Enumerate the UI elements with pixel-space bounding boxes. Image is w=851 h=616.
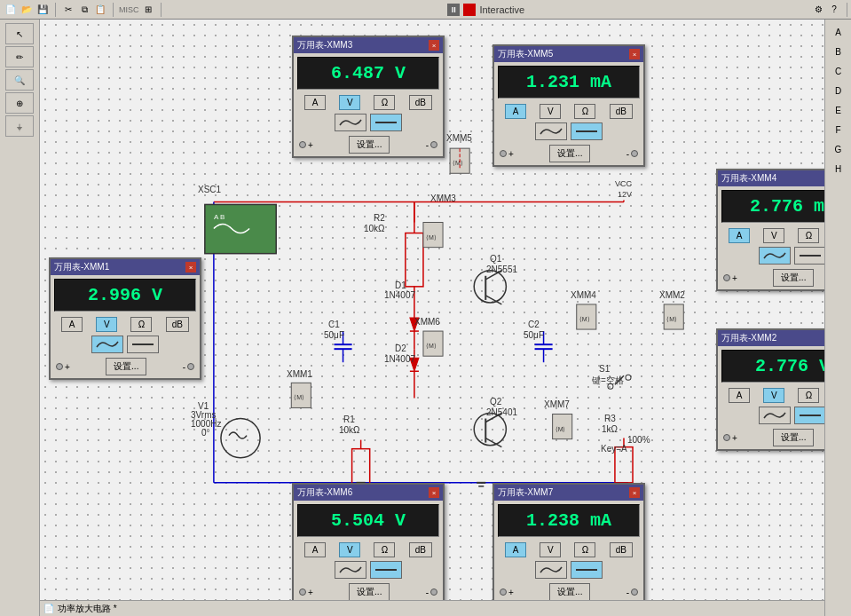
mm-xmm5-settings[interactable]: 设置... — [549, 145, 590, 162]
copy-icon[interactable]: ⧉ — [77, 3, 91, 17]
zoom-in-tool[interactable]: 🔍 — [5, 69, 34, 91]
mm-xmm2-btn-ohm[interactable]: Ω — [798, 388, 819, 403]
mm-xmm3-settings[interactable]: 设置... — [349, 136, 390, 154]
svg-rect-50 — [664, 304, 683, 329]
mm-xmm7-wave-ac[interactable] — [535, 561, 567, 579]
cut-icon[interactable]: ✂ — [61, 3, 75, 17]
mm-xmm6-wave-ac[interactable] — [335, 561, 366, 579]
mm-xmm4-btn-v[interactable]: V — [763, 228, 784, 243]
mm-xmm4-wave-dc[interactable] — [794, 247, 824, 265]
mm-xmm2-wave-dc[interactable] — [794, 407, 824, 424]
svg-rect-46 — [291, 383, 311, 407]
mm-xmm3-close[interactable]: × — [429, 40, 439, 51]
v1-phase: 0° — [201, 428, 210, 438]
mm-xmm3-btn-ohm[interactable]: Ω — [374, 95, 395, 110]
component-icon[interactable]: ⊞ — [141, 3, 155, 17]
svg-point-26 — [474, 413, 506, 445]
help-icon[interactable]: ? — [827, 3, 841, 17]
paste-icon[interactable]: 📋 — [93, 3, 107, 17]
mm-xmm1-btn-a[interactable]: A — [61, 317, 83, 332]
mm-xmm3-btn-a[interactable]: A — [304, 95, 326, 110]
canvas-area[interactable]: A B ⟨M⟩ ⟨M⟩ ⟨M⟩ ⟨M⟩ ⟨M⟩ ⟨M⟩ — [40, 20, 824, 616]
mm-xmm6-btn-ohm[interactable]: Ω — [374, 542, 395, 557]
mm-xmm2-btn-a[interactable]: A — [729, 388, 750, 403]
sidebar-right: A B C D E F G H — [824, 20, 851, 616]
mm-xmm1-wave-dc[interactable] — [127, 336, 159, 353]
mm-xmm7-close[interactable]: × — [629, 487, 640, 498]
save-icon[interactable]: 💾 — [35, 3, 50, 17]
mm-xmm7-wave-dc[interactable] — [571, 561, 603, 579]
mm-xmm1-btn-ohm[interactable]: Ω — [130, 317, 152, 332]
mm-xmm2-titlebar[interactable]: 万用表-XMM2 × — [718, 330, 824, 346]
mm-xmm3-wave-ac[interactable] — [335, 114, 366, 131]
mm-xmm6-settings[interactable]: 设置... — [349, 583, 390, 601]
svg-rect-42 — [423, 223, 443, 248]
mm-xmm2-btn-v[interactable]: V — [763, 388, 784, 403]
mm-xmm3-wave-dc[interactable] — [370, 114, 402, 131]
mm-xmm6-btn-db[interactable]: dB — [409, 542, 432, 557]
mm-xmm2-settings[interactable]: 设置... — [773, 429, 814, 446]
mm-xmm4-plus: + — [723, 273, 737, 283]
mm-xmm4-settings[interactable]: 设置... — [773, 269, 814, 287]
mm-xmm5-btn-v[interactable]: V — [540, 104, 561, 119]
mm-xmm5-titlebar[interactable]: 万用表-XMM5 × — [494, 46, 643, 62]
mm-xmm1-wave-ac[interactable] — [91, 336, 123, 353]
mm-xmm1-settings[interactable]: 设置... — [106, 358, 146, 375]
mm-xmm5-close[interactable]: × — [629, 49, 640, 59]
right-icon-7[interactable]: G — [830, 140, 847, 158]
mm-xmm4-btn-a[interactable]: A — [729, 228, 750, 243]
mm-xmm4-wave-ac[interactable] — [759, 247, 791, 265]
mm-xmm2-wave-buttons — [718, 405, 824, 426]
mm-xmm1-btn-v[interactable]: V — [96, 317, 117, 332]
right-icon-6[interactable]: F — [830, 121, 847, 138]
right-icon-3[interactable]: C — [830, 62, 847, 80]
mm-xmm7-btn-v[interactable]: V — [540, 542, 561, 557]
mm-xmm7-btn-a[interactable]: A — [505, 542, 526, 557]
mm-xmm7-btn-db[interactable]: dB — [610, 542, 633, 557]
new-icon[interactable]: 📄 — [4, 3, 18, 17]
right-icon-2[interactable]: B — [830, 43, 847, 60]
component-tool[interactable]: ⊕ — [5, 92, 34, 114]
right-icon-4[interactable]: D — [830, 82, 847, 99]
mm-xmm3-btn-v[interactable]: V — [339, 95, 360, 110]
mm-xmm5-wave-dc[interactable] — [571, 122, 603, 140]
right-icon-8[interactable]: H — [830, 160, 847, 178]
pointer-tool[interactable]: ↖ — [5, 23, 34, 44]
mm-xmm5-btn-db[interactable]: dB — [610, 104, 633, 119]
mm-xmm6-close[interactable]: × — [429, 487, 439, 498]
mm-xmm7-settings[interactable]: 设置... — [549, 583, 590, 601]
mm-xmm3-titlebar[interactable]: 万用表-XMM3 × — [294, 37, 443, 53]
mm-xmm2-wave-ac[interactable] — [759, 407, 791, 424]
mm-xmm6-titlebar[interactable]: 万用表-XMM6 × — [294, 485, 443, 501]
settings-icon[interactable]: ⚙ — [811, 3, 825, 17]
mm-xmm1-close[interactable]: × — [185, 262, 196, 272]
mm-xmm5-wave-ac[interactable] — [535, 122, 567, 140]
mm-xmm6-wave-dc[interactable] — [370, 561, 402, 579]
mm-xmm3-btn-db[interactable]: dB — [409, 95, 432, 110]
q1-label: Q1 — [490, 254, 501, 264]
mm-xmm6-btn-v[interactable]: V — [339, 542, 360, 557]
mm-xmm5-btn-ohm[interactable]: Ω — [574, 104, 595, 119]
mm-xmm4-btn-ohm[interactable]: Ω — [798, 228, 819, 243]
mm-xmm5-btn-a[interactable]: A — [505, 104, 526, 119]
mm-xmm4-titlebar[interactable]: 万用表-XMM4 × — [718, 170, 824, 186]
mm-xmm7-btn-ohm[interactable]: Ω — [574, 542, 595, 557]
pause-button[interactable]: II — [447, 4, 460, 16]
xmm6-ref: XMM6 — [414, 317, 440, 327]
statusbar: 📄 功率放大电路 * — [40, 600, 824, 616]
open-icon[interactable]: 📂 — [20, 3, 34, 17]
mm-xmm7-titlebar[interactable]: 万用表-XMM7 × — [494, 485, 643, 501]
right-icon-5[interactable]: E — [830, 101, 847, 119]
ground-tool[interactable]: ⏚ — [5, 115, 34, 137]
mm-xmm7-minus-dot — [631, 588, 638, 596]
mm-xmm6-minus-dot — [430, 588, 437, 596]
right-icon-1[interactable]: A — [830, 23, 847, 41]
wire-tool[interactable]: ✏ — [5, 46, 34, 67]
stop-button[interactable] — [463, 4, 476, 16]
mm-xmm1-btn-db[interactable]: dB — [166, 317, 189, 332]
sidebar-left: ↖ ✏ 🔍 ⊕ ⏚ — [0, 20, 40, 616]
d1-value: 1N4007 — [384, 290, 415, 300]
mm-xmm1-titlebar[interactable]: 万用表-XMM1 × — [51, 259, 200, 275]
mm-xmm2-title: 万用表-XMM2 — [721, 332, 776, 344]
mm-xmm6-btn-a[interactable]: A — [304, 542, 326, 557]
